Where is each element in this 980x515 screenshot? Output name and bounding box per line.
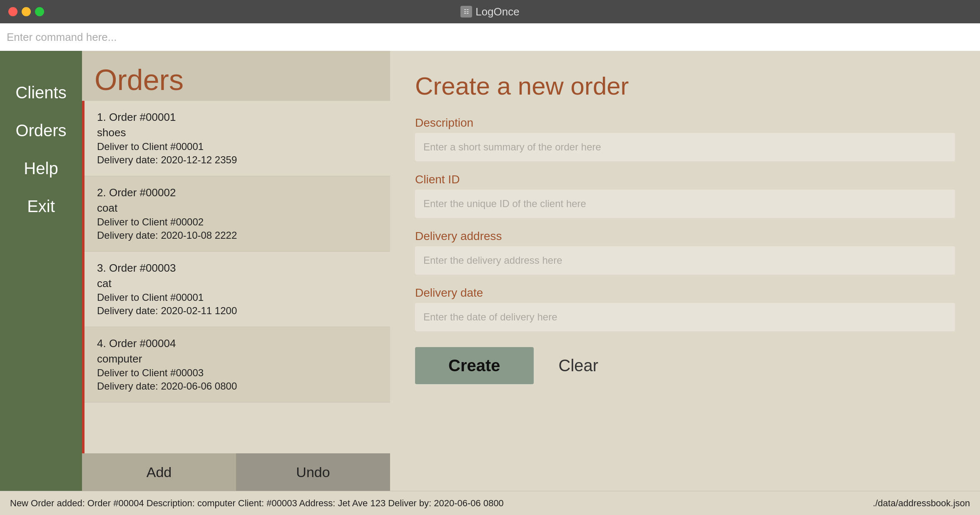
order-number: 1. Order #00001	[97, 111, 378, 124]
client-id-label: Client ID	[415, 173, 955, 186]
orders-list: 1. Order #00001 shoes Deliver to Client …	[82, 101, 390, 453]
app-title: ☷ LogOnce	[460, 5, 520, 18]
app-icon: ☷	[460, 6, 472, 18]
client-id-input[interactable]	[415, 190, 955, 218]
order-item-2[interactable]: 2. Order #00002 coat Deliver to Client #…	[85, 176, 390, 252]
order-date: Delivery date: 2020-10-08 2222	[97, 230, 378, 241]
order-number: 4. Order #00004	[97, 337, 378, 350]
statusbar-message: New Order added: Order #00004 Descriptio…	[10, 498, 504, 509]
commandbar	[0, 23, 980, 51]
orders-header: Orders	[82, 51, 390, 101]
delivery-date-input[interactable]	[415, 303, 955, 331]
form-actions: Create Clear	[415, 347, 955, 384]
order-client: Deliver to Client #00002	[97, 216, 378, 228]
maximize-button[interactable]	[35, 7, 44, 16]
order-description: coat	[97, 202, 378, 215]
order-date: Delivery date: 2020-06-06 0800	[97, 380, 378, 392]
order-item-4[interactable]: 4. Order #00004 computer Deliver to Clie…	[85, 327, 390, 402]
description-label: Description	[415, 116, 955, 130]
order-number: 3. Order #00003	[97, 262, 378, 275]
order-date: Delivery date: 2020-02-11 1200	[97, 305, 378, 317]
delivery-date-label: Delivery date	[415, 286, 955, 300]
order-number: 2. Order #00002	[97, 186, 378, 199]
order-client: Deliver to Client #00003	[97, 367, 378, 379]
statusbar-path: ./data/addressbook.json	[873, 498, 970, 509]
undo-button[interactable]: Undo	[236, 453, 390, 491]
create-order-panel: Create a new order Description Client ID…	[390, 51, 980, 491]
order-client: Deliver to Client #00001	[97, 292, 378, 303]
description-input[interactable]	[415, 133, 955, 161]
orders-title: Orders	[95, 63, 378, 97]
delivery-address-label: Delivery address	[415, 230, 955, 243]
orders-panel: Orders 1. Order #00001 shoes Deliver to …	[82, 51, 390, 491]
order-date: Delivery date: 2020-12-12 2359	[97, 154, 378, 166]
statusbar: New Order added: Order #00004 Descriptio…	[0, 491, 980, 515]
add-button[interactable]: Add	[82, 453, 236, 491]
sidebar: Clients Orders Help Exit	[0, 51, 82, 491]
main-container: Clients Orders Help Exit Orders 1. Order…	[0, 51, 980, 491]
clear-button[interactable]: Clear	[550, 347, 607, 384]
window-controls[interactable]	[8, 7, 44, 16]
delivery-date-group: Delivery date	[415, 286, 955, 331]
order-client: Deliver to Client #00001	[97, 141, 378, 152]
sidebar-item-clients[interactable]: Clients	[0, 76, 82, 110]
command-input[interactable]	[7, 31, 973, 44]
titlebar: ☷ LogOnce	[0, 0, 980, 23]
close-button[interactable]	[8, 7, 17, 16]
create-order-title: Create a new order	[415, 72, 955, 100]
order-description: computer	[97, 352, 378, 365]
delivery-address-group: Delivery address	[415, 230, 955, 275]
order-description: shoes	[97, 126, 378, 139]
description-group: Description	[415, 116, 955, 161]
create-button[interactable]: Create	[415, 347, 534, 384]
delivery-address-input[interactable]	[415, 246, 955, 275]
order-item-1[interactable]: 1. Order #00001 shoes Deliver to Client …	[85, 101, 390, 176]
orders-footer: Add Undo	[82, 453, 390, 491]
order-description: cat	[97, 277, 378, 290]
client-id-group: Client ID	[415, 173, 955, 218]
sidebar-item-help[interactable]: Help	[0, 152, 82, 185]
sidebar-item-orders[interactable]: Orders	[0, 114, 82, 148]
sidebar-item-exit[interactable]: Exit	[0, 190, 82, 223]
app-title-text: LogOnce	[475, 5, 520, 18]
minimize-button[interactable]	[22, 7, 31, 16]
order-item-3[interactable]: 3. Order #00003 cat Deliver to Client #0…	[85, 252, 390, 327]
